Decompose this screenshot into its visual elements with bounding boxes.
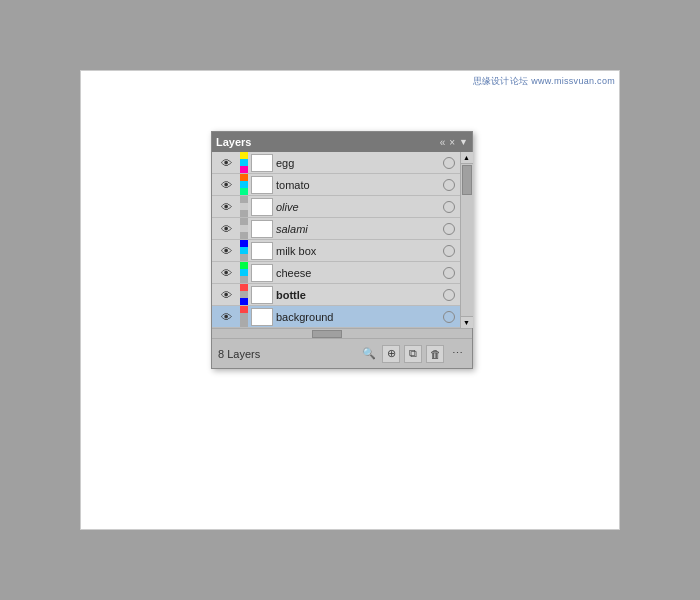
layer-link-icon[interactable]: [438, 201, 460, 213]
layer-thumbnail: [251, 198, 273, 216]
layers-panel: Layers « × ▼ 👁egg👁tomato👁olive👁salami👁mi…: [211, 131, 473, 369]
eye-visibility-icon[interactable]: 👁: [212, 311, 240, 323]
link-circle-icon: [443, 157, 455, 169]
layer-link-icon[interactable]: [438, 223, 460, 235]
layer-row[interactable]: 👁background: [212, 306, 460, 328]
color-bar-segment: [240, 196, 248, 203]
link-circle-icon: [443, 223, 455, 235]
color-bar-segment: [240, 225, 248, 232]
color-bar-segment: [240, 284, 248, 291]
layers-count-label: 8 Layers: [218, 348, 356, 360]
eye-visibility-icon[interactable]: 👁: [212, 179, 240, 191]
panel-body: 👁egg👁tomato👁olive👁salami👁milk box👁cheese…: [212, 152, 472, 328]
layer-row[interactable]: 👁milk box: [212, 240, 460, 262]
layer-thumbnail: [251, 242, 273, 260]
color-bar-segment: [240, 188, 248, 195]
canvas-area: 思缘设计论坛 www.missvuan.com Layers « × ▼ 👁eg…: [80, 70, 620, 530]
panel-titlebar[interactable]: Layers « × ▼: [212, 132, 472, 152]
layer-color-bar: [240, 240, 248, 262]
layer-color-bar: [240, 284, 248, 306]
link-circle-icon: [443, 245, 455, 257]
layers-scroll-area: 👁egg👁tomato👁olive👁salami👁milk box👁cheese…: [212, 152, 460, 328]
layer-row[interactable]: 👁bottle: [212, 284, 460, 306]
color-bar-segment: [240, 306, 248, 313]
color-bar-segment: [240, 181, 248, 188]
layer-link-icon[interactable]: [438, 245, 460, 257]
eye-visibility-icon[interactable]: 👁: [212, 245, 240, 257]
delete-layer-button[interactable]: 🗑: [426, 345, 444, 363]
layer-thumbnail: [251, 220, 273, 238]
panel-title-controls: « × ▼: [440, 137, 468, 148]
scrollbar-down-button[interactable]: ▼: [461, 316, 473, 328]
color-bar-segment: [240, 210, 248, 217]
layer-link-icon[interactable]: [438, 157, 460, 169]
eye-visibility-icon[interactable]: 👁: [212, 223, 240, 235]
link-circle-icon: [443, 201, 455, 213]
layer-row[interactable]: 👁tomato: [212, 174, 460, 196]
eye-visibility-icon[interactable]: 👁: [212, 157, 240, 169]
layer-link-icon[interactable]: [438, 267, 460, 279]
layer-thumbnail: [251, 154, 273, 172]
layer-name: olive: [276, 201, 438, 213]
color-bar-segment: [240, 203, 248, 210]
color-bar-segment: [240, 320, 248, 327]
eye-visibility-icon[interactable]: 👁: [212, 201, 240, 213]
search-button[interactable]: 🔍: [360, 345, 378, 363]
panel-collapse-button[interactable]: «: [440, 137, 446, 148]
color-bar-segment: [240, 276, 248, 283]
eye-visibility-icon[interactable]: 👁: [212, 267, 240, 279]
color-bar-segment: [240, 269, 248, 276]
layer-row[interactable]: 👁olive: [212, 196, 460, 218]
color-bar-segment: [240, 240, 248, 247]
link-circle-icon: [443, 179, 455, 191]
layer-link-icon[interactable]: [438, 179, 460, 191]
layer-name: salami: [276, 223, 438, 235]
scrollbar-up-button[interactable]: ▲: [461, 152, 473, 164]
layer-link-icon[interactable]: [438, 311, 460, 323]
color-bar-segment: [240, 152, 248, 159]
color-bar-segment: [240, 298, 248, 305]
eye-visibility-icon[interactable]: 👁: [212, 289, 240, 301]
options-button[interactable]: ⋯: [448, 345, 466, 363]
color-bar-segment: [240, 262, 248, 269]
panel-title: Layers: [216, 136, 251, 148]
color-bar-segment: [240, 218, 248, 225]
layer-row[interactable]: 👁cheese: [212, 262, 460, 284]
color-bar-segment: [240, 174, 248, 181]
layer-color-bar: [240, 196, 248, 218]
watermark: 思缘设计论坛 www.missvuan.com: [473, 75, 615, 88]
add-layer-button[interactable]: ⊕: [382, 345, 400, 363]
layer-thumbnail: [251, 176, 273, 194]
panel-scrollbar[interactable]: ▲ ▼: [460, 152, 472, 328]
scrollbar-track: [461, 164, 473, 316]
layer-name: cheese: [276, 267, 438, 279]
layer-row[interactable]: 👁salami: [212, 218, 460, 240]
panel-menu-button[interactable]: ▼: [459, 137, 468, 147]
layer-color-bar: [240, 218, 248, 240]
layer-row[interactable]: 👁egg: [212, 152, 460, 174]
color-bar-segment: [240, 254, 248, 261]
color-bar-segment: [240, 159, 248, 166]
link-circle-icon: [443, 267, 455, 279]
color-bar-segment: [240, 291, 248, 298]
hscroll-thumb[interactable]: [312, 330, 342, 338]
panel-footer: 8 Layers 🔍 ⊕ ⧉ 🗑 ⋯: [212, 338, 472, 368]
layer-thumbnail: [251, 264, 273, 282]
panel-horizontal-scrollbar[interactable]: [212, 328, 472, 338]
layer-link-icon[interactable]: [438, 289, 460, 301]
link-circle-icon: [443, 311, 455, 323]
color-bar-segment: [240, 166, 248, 173]
link-circle-icon: [443, 289, 455, 301]
layer-name: milk box: [276, 245, 438, 257]
layer-name: tomato: [276, 179, 438, 191]
scrollbar-thumb[interactable]: [462, 165, 472, 195]
layer-name: bottle: [276, 289, 438, 301]
panel-title-left: Layers: [216, 136, 251, 148]
panel-close-button[interactable]: ×: [449, 137, 455, 148]
layer-name: background: [276, 311, 438, 323]
layer-color-bar: [240, 262, 248, 284]
color-bar-segment: [240, 247, 248, 254]
duplicate-layer-button[interactable]: ⧉: [404, 345, 422, 363]
layer-name: egg: [276, 157, 438, 169]
color-bar-segment: [240, 313, 248, 320]
